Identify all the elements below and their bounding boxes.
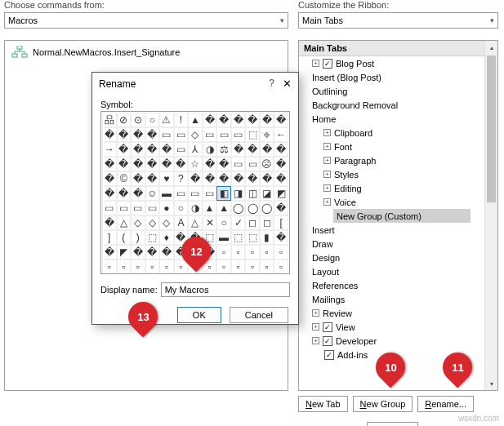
group-paragraph[interactable]: +Paragraph [299,153,497,167]
symbol-cell[interactable]: ◨ [231,186,246,201]
symbol-cell[interactable]: ▫ [274,245,288,260]
close-icon[interactable]: ✕ [283,78,292,90]
symbol-cell[interactable]: � [274,142,288,157]
scroll-up-icon[interactable]: ▴ [485,41,497,54]
expand-icon[interactable]: + [323,198,331,206]
symbol-cell[interactable]: ▫ [159,260,174,274]
expand-icon[interactable]: + [312,60,319,67]
symbol-cell[interactable]: ( [117,230,132,245]
group-voice[interactable]: +Voice [299,195,497,209]
symbol-cell[interactable]: ▭ [131,201,145,215]
symbol-cell[interactable]: � [260,142,274,157]
symbol-cell[interactable]: ▭ [231,127,246,142]
symbol-cell[interactable]: ▫ [245,245,260,260]
symbol-cell[interactable]: ◇ [159,215,174,230]
symbol-cell[interactable]: → [102,142,117,157]
symbol-cell[interactable]: ○ [174,201,189,215]
ribbon-tree[interactable]: Main Tabs +✓Blog Post Insert (Blog Post)… [298,40,498,391]
symbol-cell[interactable]: � [274,157,288,171]
symbol-cell[interactable]: ▭ [216,127,231,142]
symbol-cell[interactable]: ◻ [245,215,260,230]
symbol-cell[interactable]: � [216,171,231,186]
tab-mailings[interactable]: Mailings [299,292,497,306]
checkbox[interactable]: ✓ [324,350,334,360]
symbol-cell[interactable]: ) [131,230,145,245]
checkbox[interactable]: ✓ [323,336,332,346]
symbol-cell[interactable]: ⚖ [216,142,231,157]
symbol-cell[interactable]: � [245,171,260,186]
help-icon[interactable]: ? [269,78,274,90]
symbol-cell[interactable]: ▫ [102,260,117,274]
group-clipboard[interactable]: +Clipboard [299,126,497,140]
tab-view[interactable]: +✓View [299,320,497,334]
tab-home[interactable]: Home [299,112,497,126]
symbol-cell[interactable]: ▫ [216,245,231,260]
symbol-cell[interactable]: ▲ [188,113,203,127]
symbol-cell[interactable]: � [131,127,145,142]
expand-icon[interactable]: + [323,143,331,150]
tab-insert[interactable]: Insert [299,223,497,237]
symbol-cell[interactable]: 品 [102,113,117,127]
symbol-cell[interactable]: � [188,171,203,186]
reset-button[interactable]: Reset▼ [367,422,418,426]
symbol-cell[interactable]: ◪ [260,186,274,201]
symbol-cell[interactable]: ▫ [231,260,246,274]
symbol-cell[interactable]: ▲ [203,201,217,215]
symbol-cell[interactable]: ✕ [203,215,217,230]
symbol-cell[interactable]: © [117,171,132,186]
symbol-cell[interactable]: ◯ [260,201,274,215]
symbol-cell[interactable]: ▮ [260,230,274,245]
symbol-cell[interactable]: ▫ [231,245,246,260]
symbol-cell[interactable]: � [159,157,174,171]
tab-blog-post[interactable]: +✓Blog Post [299,56,497,70]
symbol-cell[interactable]: ☆ [188,157,203,171]
symbol-cell[interactable]: ◯ [231,201,246,215]
ok-button[interactable]: OK [177,307,221,323]
symbol-cell[interactable]: ? [174,171,189,186]
symbol-cell[interactable]: ⊙ [131,113,145,127]
symbol-cell[interactable]: � [216,157,231,171]
symbol-cell[interactable]: � [117,157,132,171]
symbol-cell[interactable]: ⬚ [145,230,160,245]
symbol-cell[interactable]: � [102,215,117,230]
symbol-cell[interactable]: A [174,215,189,230]
rename-button[interactable]: Rename... [417,396,474,412]
symbol-cell[interactable]: � [102,245,117,260]
symbol-cell[interactable]: ◫ [245,186,260,201]
expand-icon[interactable]: + [323,129,331,136]
symbol-cell[interactable]: � [131,186,145,201]
symbol-cell[interactable]: � [260,171,274,186]
cancel-button[interactable]: Cancel [230,307,288,323]
symbol-cell[interactable]: � [274,230,288,245]
symbol-cell[interactable]: ⊘ [117,113,132,127]
symbol-cell[interactable]: ▫ [145,260,160,274]
choose-commands-dropdown[interactable]: Macros ▾ [4,12,288,29]
symbol-cell[interactable]: � [159,142,174,157]
symbol-cell[interactable]: � [145,142,160,157]
symbol-cell[interactable]: � [159,245,174,260]
symbol-cell[interactable]: � [102,127,117,142]
tab-outlining[interactable]: Outlining [299,84,497,98]
symbol-cell[interactable]: ☹ [260,157,274,171]
symbol-cell[interactable]: � [102,157,117,171]
symbol-cell[interactable]: ✓ [231,215,246,230]
symbol-cell[interactable]: ▭ [159,127,174,142]
symbol-cell[interactable]: ▲ [216,201,231,215]
symbol-cell[interactable]: ◩ [274,186,288,201]
symbol-cell[interactable]: � [245,142,260,157]
new-group-button[interactable]: New Group [353,396,413,412]
tab-references[interactable]: References [299,278,497,292]
symbol-cell[interactable]: ▭ [203,127,217,142]
tab-review[interactable]: +Review [299,306,497,320]
checkbox[interactable]: ✓ [323,59,332,69]
group-new-custom[interactable]: New Group (Custom) [333,209,471,223]
symbol-cell[interactable]: � [117,186,132,201]
symbol-cell[interactable]: ← [274,127,288,142]
tab-draw[interactable]: Draw [299,237,497,251]
symbol-cell[interactable]: � [131,171,145,186]
symbol-cell[interactable]: � [131,245,145,260]
symbol-cell[interactable]: ◇ [145,215,160,230]
customize-ribbon-dropdown[interactable]: Main Tabs ▾ [298,12,498,29]
symbol-cell[interactable]: � [274,113,288,127]
symbol-cell[interactable]: � [145,245,160,260]
